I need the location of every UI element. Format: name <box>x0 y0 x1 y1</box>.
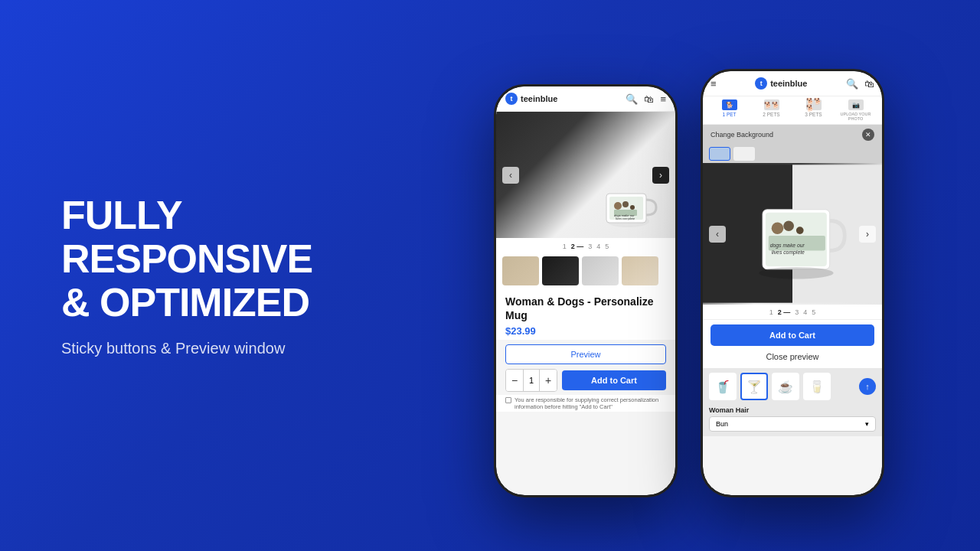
pet-step-upload[interactable]: 📷 UPLOAD YOUR PHOTO <box>835 99 876 121</box>
product-price-left: $23.99 <box>505 325 666 337</box>
options-row: 🥤 🍸 ☕ 🥛 <box>709 373 831 400</box>
sticky-close-preview-button[interactable]: Close preview <box>710 350 874 364</box>
thumb-1[interactable] <box>502 256 539 285</box>
prev-arrow-left[interactable]: ‹ <box>502 167 519 184</box>
sticky-add-to-cart-button[interactable]: Add to Cart <box>710 324 874 346</box>
pet-step-1-icon: 🐕 <box>722 99 737 110</box>
chevron-down-icon: ▾ <box>865 420 869 428</box>
bg-option-1[interactable] <box>709 147 730 161</box>
pet-step-3[interactable]: 🐕🐕🐕 3 PETS <box>793 99 834 121</box>
hair-section-label: Woman Hair <box>709 406 876 414</box>
phone-left: t teeinblue 🔍 🛍 ≡ <box>494 84 678 497</box>
disclaimer-left: You are responsible for supplying correc… <box>496 395 675 412</box>
left-section: FULLY RESPONSIVE & OPTIMIZED Sticky butt… <box>0 148 398 404</box>
pet-step-1[interactable]: 🐕 1 PET <box>709 99 750 121</box>
pet-step-3-icon: 🐕🐕🐕 <box>806 99 822 110</box>
right-dot-1: 1 <box>769 308 773 316</box>
preview-button[interactable]: Preview <box>505 344 666 364</box>
mug-image-left: dogs make our lives complete <box>496 112 675 238</box>
nav-icons-left: 🔍 🛍 ≡ <box>626 93 666 105</box>
right-dot-3: 3 <box>795 308 799 316</box>
right-dot-5: 5 <box>812 308 815 316</box>
qty-value: 1 <box>523 370 540 391</box>
cart-icon-right[interactable]: 🛍 <box>864 78 874 90</box>
pet-step-2-icon: 🐕🐕 <box>764 99 779 110</box>
logo-text-left: teeinblue <box>521 94 557 103</box>
hair-dropdown[interactable]: Bun ▾ <box>709 416 876 432</box>
pet-steps: 🐕 1 PET 🐕🐕 2 PETS 🐕🐕🐕 3 PETS 📷 UPLOAD YO… <box>703 96 882 125</box>
pet-step-upload-icon: 📷 <box>848 99 864 110</box>
bottom-options: 🥤 🍸 ☕ 🥛 ↑ Woman Hair Bun ▾ <box>703 368 882 436</box>
thumb-4[interactable] <box>622 256 658 285</box>
svg-point-15 <box>772 222 784 234</box>
hair-dropdown-value: Bun <box>716 420 728 428</box>
option-item-1[interactable]: 🥤 <box>709 373 737 400</box>
search-icon[interactable]: 🔍 <box>626 93 638 105</box>
pet-step-2[interactable]: 🐕🐕 2 PETS <box>751 99 792 121</box>
phone-right-screen: ≡ t teeinblue 🔍 🛍 🐕 1 PET 🐕🐕 2 <box>703 71 882 495</box>
dot-1: 1 <box>563 243 567 250</box>
pet-step-1-label: 1 PET <box>722 112 736 117</box>
dot-2-active: 2 — <box>571 243 584 250</box>
qty-plus-button[interactable]: + <box>540 370 557 391</box>
logo-icon-right: t <box>755 77 767 90</box>
disclaimer-text: You are responsible for supplying correc… <box>514 396 666 410</box>
prev-arrow-right[interactable]: ‹ <box>709 226 726 243</box>
next-arrow-left[interactable]: › <box>652 167 669 184</box>
svg-point-6 <box>630 205 635 210</box>
svg-point-17 <box>796 227 804 234</box>
logo-text-right: teeinblue <box>770 79 807 88</box>
svg-text:lives complete: lives complete <box>616 217 635 220</box>
product-title-left: Woman & Dogs - Personalize Mug <box>505 295 666 322</box>
disclaimer-checkbox[interactable] <box>505 397 511 403</box>
svg-point-5 <box>622 201 629 207</box>
logo-right: t teeinblue <box>755 77 807 90</box>
option-item-4[interactable]: 🥛 <box>803 373 831 400</box>
product-title-text: Woman & Dogs - Personalize Mug <box>505 295 653 321</box>
dot-4: 4 <box>596 243 600 250</box>
nav-icons-right: 🔍 🛍 <box>846 78 874 90</box>
logo-left: t teeinblue <box>505 93 557 105</box>
title-line1: FULLY RESPONSIVE <box>61 193 312 281</box>
phone-right-nav: ≡ t teeinblue 🔍 🛍 <box>703 71 882 96</box>
thumb-3[interactable] <box>582 256 619 285</box>
pet-step-upload-label: UPLOAD YOUR PHOTO <box>835 112 876 121</box>
hamburger-icon[interactable]: ≡ <box>710 78 717 90</box>
sticky-buttons: Add to Cart Close preview <box>703 319 882 368</box>
add-to-cart-button-left[interactable]: Add to Cart <box>562 370 666 390</box>
bg-option-2[interactable] <box>733 147 755 161</box>
dots-row-right: 1 2 — 3 4 5 <box>703 305 882 319</box>
svg-point-21 <box>759 267 834 279</box>
cart-icon[interactable]: 🛍 <box>644 93 654 105</box>
bg-options <box>703 145 882 163</box>
dot-5: 5 <box>605 243 609 250</box>
phone-left-screen: t teeinblue 🔍 🛍 ≡ <box>496 86 675 495</box>
subtitle: Sticky buttons & Preview window <box>61 340 352 357</box>
right-dot-2-active: 2 — <box>778 308 791 316</box>
menu-icon[interactable]: ≡ <box>660 93 666 105</box>
dot-3: 3 <box>588 243 592 250</box>
close-bg-button[interactable]: ✕ <box>862 129 874 141</box>
svg-point-4 <box>614 202 622 210</box>
change-background-bar: Change Background ✕ <box>703 125 882 145</box>
svg-text:lives complete: lives complete <box>772 249 805 256</box>
phones-container: t teeinblue 🔍 🛍 ≡ <box>398 0 980 551</box>
logo-icon-left: t <box>505 93 518 105</box>
cart-row-left: − 1 + Add to Cart <box>496 369 675 392</box>
search-icon-right[interactable]: 🔍 <box>846 78 858 90</box>
phone-left-nav: t teeinblue 🔍 🛍 ≡ <box>496 86 675 112</box>
option-item-2[interactable]: 🍸 <box>740 373 768 400</box>
thumb-2[interactable] <box>542 256 579 285</box>
pet-step-3-label: 3 PETS <box>805 112 822 117</box>
svg-text:dogs make our: dogs make our <box>770 243 805 249</box>
qty-minus-button[interactable]: − <box>506 370 523 391</box>
right-dot-4: 4 <box>803 308 807 316</box>
mug-svg-left: dogs make our lives complete <box>599 177 660 230</box>
product-image-right: dogs make our lives complete › ‹ <box>703 163 882 305</box>
scroll-up-button[interactable]: ↑ <box>859 378 876 395</box>
title-line2: & OPTIMIZED <box>61 280 309 324</box>
next-arrow-right[interactable]: › <box>859 226 876 243</box>
quantity-control: − 1 + <box>505 369 557 392</box>
thumbnails-left <box>496 253 675 289</box>
option-item-3[interactable]: ☕ <box>772 373 799 400</box>
